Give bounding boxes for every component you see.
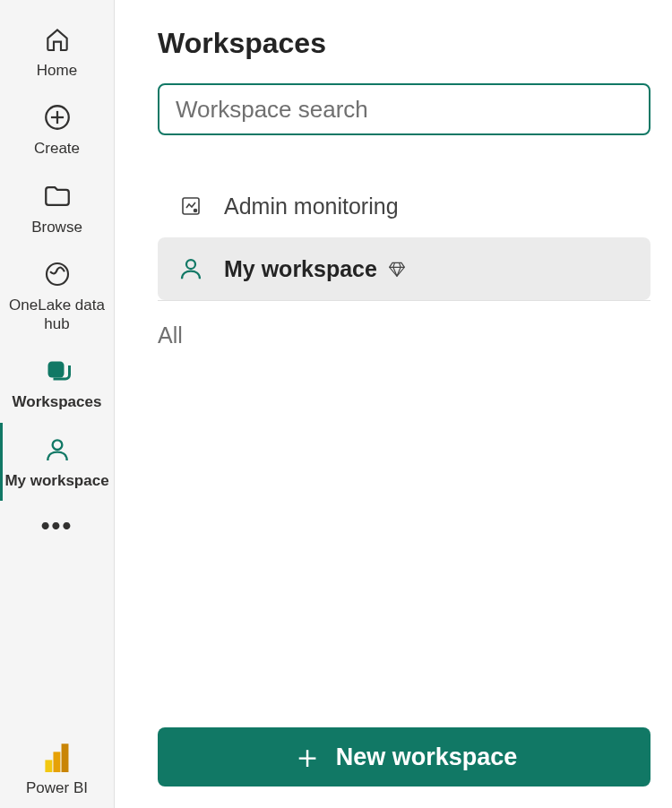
plus-circle-icon [41,101,73,133]
nav-item-label: Workspaces [13,392,102,411]
person-icon [176,254,206,284]
monitoring-icon [176,191,206,221]
nav-item-more[interactable]: ••• [0,501,114,551]
nav-item-label: My workspace [4,471,108,490]
plus-icon: ＋ [291,741,323,773]
svg-rect-8 [61,744,68,772]
workspace-name: My workspace [224,256,377,282]
workspace-item-my-workspace[interactable]: My workspace [158,237,650,300]
svg-point-10 [194,210,197,212]
nav-item-create[interactable]: Create [0,90,114,168]
spacer [158,348,650,727]
nav-item-workspaces[interactable]: Workspaces [0,344,114,422]
new-workspace-button[interactable]: ＋ New workspace [158,727,650,787]
home-icon [41,23,73,56]
new-workspace-label: New workspace [336,744,518,771]
workspace-search-input[interactable] [158,83,650,135]
svg-rect-7 [53,752,60,772]
svg-rect-4 [47,362,64,378]
nav-item-browse[interactable]: Browse [0,169,114,247]
workspace-name: Admin monitoring [224,193,399,219]
svg-point-5 [52,440,62,450]
workspaces-panel: Workspaces Admin monitoring My workspace [115,0,672,808]
svg-point-11 [186,260,195,269]
powerbi-icon [41,741,73,773]
workspace-list: Admin monitoring My workspace [158,175,650,301]
section-heading-all: All [158,322,650,348]
panel-title: Workspaces [158,27,650,60]
nav-item-powerbi[interactable]: Power BI [0,730,114,808]
onelake-icon [41,258,73,290]
svg-point-3 [47,263,68,285]
nav-item-home[interactable]: Home [0,13,114,90]
folder-icon [41,180,73,212]
svg-rect-6 [45,760,52,772]
sidebar: Home Create Browse OneLake data hub [0,0,115,808]
nav-item-label: Home [37,61,77,80]
nav-item-label: Power BI [26,778,88,797]
nav-item-label: Browse [31,218,82,236]
workspaces-icon [41,355,73,387]
workspace-item-admin-monitoring[interactable]: Admin monitoring [158,175,650,237]
person-icon [41,434,73,466]
more-icon: ••• [41,511,73,540]
diamond-icon [388,260,406,278]
nav-item-my-workspace[interactable]: My workspace [0,423,114,501]
nav-item-label: OneLake data hub [4,296,110,334]
nav-item-onelake[interactable]: OneLake data hub [0,247,114,345]
spacer [0,551,114,730]
nav-item-label: Create [34,139,80,158]
